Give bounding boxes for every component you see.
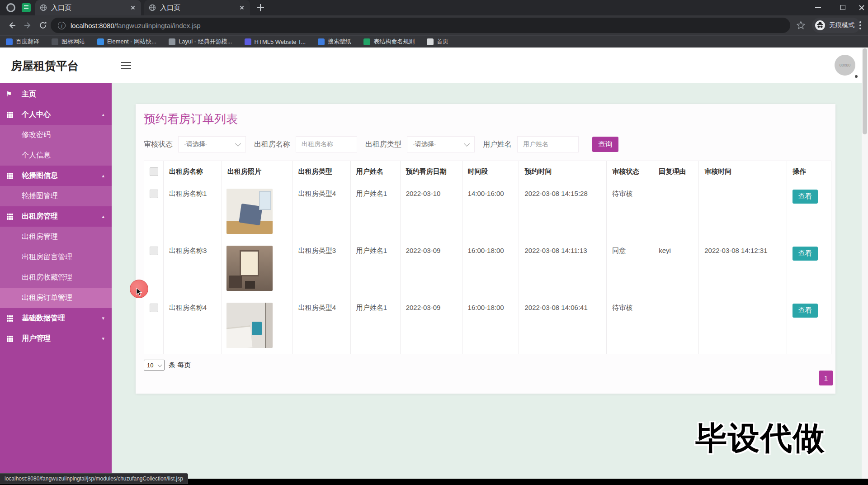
view-button[interactable]: 查看	[793, 247, 818, 261]
time-slot-cell: 16:00-18:00	[462, 297, 519, 354]
user-name-filter-label: 用户姓名	[483, 140, 512, 149]
tab-1[interactable]: 入口页	[35, 0, 141, 15]
browser-window: 入口页 入口页 i localhost:8080/fangwuzul	[0, 0, 868, 485]
view-date-cell: 2022-03-10	[401, 183, 462, 240]
bookmark-item[interactable]: 首页	[427, 38, 448, 46]
bookmark-favicon	[97, 38, 104, 45]
site-title: 房屋租赁平台	[11, 58, 79, 73]
grid-icon	[7, 112, 9, 114]
table-row: 出租房名称3出租房类型3用户姓名12022-03-0916:00-18:0020…	[144, 240, 831, 297]
bookmark-item[interactable]: Element - 网站快...	[97, 38, 156, 46]
row-checkbox[interactable]	[150, 304, 158, 312]
grid-icon	[7, 173, 9, 175]
bookmark-item[interactable]: 表结构命名规则	[363, 38, 415, 46]
bookmark-star-icon[interactable]	[797, 21, 805, 29]
user-name-filter-input[interactable]: 用户姓名	[517, 136, 579, 152]
grid-icon	[7, 315, 9, 317]
booking-time-cell: 2022-03-08 14:11:13	[519, 240, 607, 297]
sidebar-item-label: 轮播图管理	[22, 191, 58, 201]
window-minimize-button[interactable]	[809, 0, 827, 15]
status-filter-select[interactable]: -请选择-	[178, 136, 246, 152]
page-number-button[interactable]: 1	[819, 371, 833, 385]
rental-type-cell: 出租房类型4	[293, 297, 351, 354]
chevron-down-icon	[158, 362, 162, 367]
bookmark-item[interactable]: 图标网站	[52, 38, 85, 46]
audit-time-cell	[699, 183, 787, 240]
menu-toggle-icon[interactable]	[121, 62, 131, 69]
window-close-button[interactable]	[853, 0, 868, 15]
sidebar-item-修改密码[interactable]: 修改密码	[0, 125, 112, 145]
browser-menu-icon[interactable]	[859, 21, 861, 23]
bookmark-item[interactable]: HTML5 Website T...	[245, 38, 306, 45]
rental-name-filter-input[interactable]: 出租房名称	[296, 136, 357, 152]
rental-photo-cell	[222, 183, 293, 240]
sidebar-item-label: 出租房管理	[22, 232, 58, 242]
grid-icon	[7, 214, 9, 215]
tab-close-icon[interactable]	[238, 4, 245, 11]
tab-title: 入口页	[51, 4, 127, 12]
rental-name-cell: 出租房名称1	[164, 183, 222, 240]
grid-icon	[7, 336, 9, 338]
view-button[interactable]: 查看	[793, 190, 818, 204]
scrollbar-thumb[interactable]	[863, 48, 867, 134]
watermark-text: 毕设代做	[695, 417, 826, 460]
bookmark-favicon	[427, 38, 434, 45]
sidebar-item-用户管理[interactable]: 用户管理▾	[0, 328, 112, 349]
address-bar[interactable]: i localhost:8080/fangwuzulinpingtai/inde…	[51, 18, 790, 33]
per-page-select[interactable]: 10	[144, 360, 165, 371]
sidebar-item-label: 基础数据管理	[22, 314, 65, 323]
sidebar-item-出租房管理[interactable]: 出租房管理▴	[0, 206, 112, 227]
bookmark-favicon	[318, 38, 325, 45]
bookmark-favicon	[6, 38, 13, 45]
sidebar-item-个人信息[interactable]: 个人信息	[0, 145, 112, 166]
tab-close-icon[interactable]	[129, 4, 137, 11]
bookmark-label: Element - 网站快...	[107, 38, 156, 46]
incognito-badge: 无痕模式	[812, 18, 860, 33]
tab-2[interactable]: 入口页	[144, 0, 250, 15]
bookmark-item[interactable]: 百度翻译	[6, 38, 39, 46]
forward-icon[interactable]	[23, 20, 33, 30]
status-filter-value: -请选择-	[184, 140, 207, 148]
app-header: 房屋租赁平台 80x80	[0, 48, 868, 83]
sidebar-item-主页[interactable]: ⚑主页	[0, 84, 112, 105]
sidebar-item-出租房留言管理[interactable]: 出租房留言管理	[0, 247, 112, 267]
globe-favicon	[149, 4, 156, 11]
scrollbar[interactable]	[862, 48, 868, 479]
bookmark-item[interactable]: Layui - 经典开源模...	[169, 38, 232, 46]
select-all-checkbox[interactable]	[150, 167, 158, 176]
sidebar-item-个人中心[interactable]: 个人中心▴	[0, 105, 112, 125]
reply-reason-cell: keyi	[653, 240, 699, 297]
sidebar-item-label: 出租房留言管理	[22, 252, 72, 262]
view-button[interactable]: 查看	[793, 304, 818, 318]
mouse-cursor	[136, 288, 143, 297]
time-slot-cell: 16:00-18:00	[462, 240, 519, 297]
window-maximize-button[interactable]	[834, 0, 852, 15]
new-tab-button[interactable]	[257, 4, 264, 11]
sidebar-item-出租房收藏管理[interactable]: 出租房收藏管理	[0, 267, 112, 288]
green-app-icon[interactable]	[22, 3, 31, 12]
avatar[interactable]: 80x80	[835, 55, 855, 76]
bookmark-label: HTML5 Website T...	[255, 38, 306, 45]
sidebar-item-label: 出租房收藏管理	[22, 273, 72, 282]
back-icon[interactable]	[7, 20, 17, 30]
sidebar-item-label: 出租房管理	[22, 212, 58, 221]
incognito-label: 无痕模式	[829, 21, 854, 29]
sidebar-item-轮播图信息[interactable]: 轮播图信息▴	[0, 166, 112, 186]
header-cell: 预约时间	[519, 161, 607, 183]
row-checkbox[interactable]	[150, 190, 158, 198]
sidebar-item-轮播图管理[interactable]: 轮播图管理	[0, 186, 112, 206]
browser-logo-icon	[6, 3, 15, 12]
search-button[interactable]: 查询	[592, 137, 618, 152]
header-cell: 出租房名称	[164, 161, 222, 183]
reload-icon[interactable]	[38, 20, 48, 30]
rental-type-filter-select[interactable]: -请选择-	[407, 136, 475, 152]
sidebar-item-基础数据管理[interactable]: 基础数据管理▾	[0, 308, 112, 328]
header-cell: 审核时间	[699, 161, 787, 183]
page-info-icon[interactable]: i	[58, 22, 66, 29]
bookmarks-bar: 百度翻译图标网站Element - 网站快...Layui - 经典开源模...…	[0, 35, 868, 48]
action-cell: 查看	[787, 240, 831, 297]
bookmark-item[interactable]: 搜索壁纸	[318, 38, 351, 46]
row-checkbox[interactable]	[150, 247, 158, 255]
sidebar-item-出租房订单管理[interactable]: 出租房订单管理	[0, 288, 112, 308]
sidebar-item-出租房管理[interactable]: 出租房管理	[0, 227, 112, 247]
